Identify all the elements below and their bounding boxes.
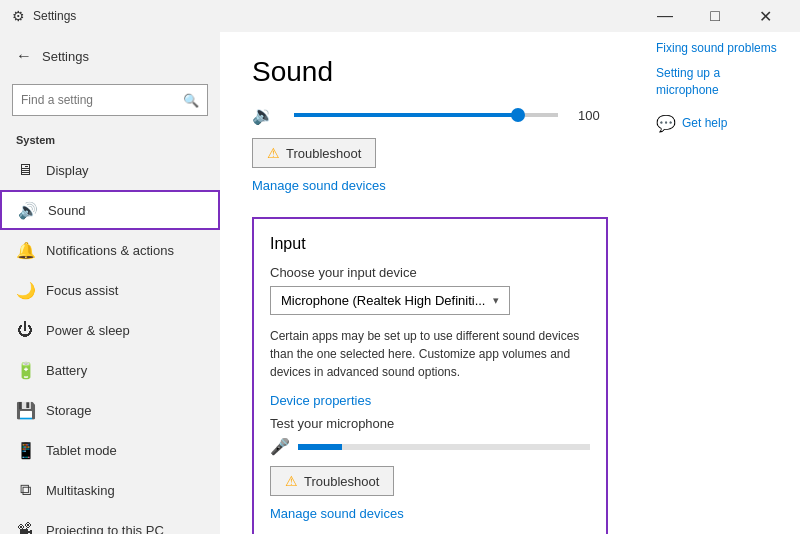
title-bar-controls: — □ ✕ xyxy=(642,0,788,32)
sidebar-item-tablet[interactable]: 📱 Tablet mode xyxy=(0,430,220,470)
multitasking-icon: ⧉ xyxy=(16,481,34,499)
input-device-select[interactable]: Microphone (Realtek High Definiti... ▾ xyxy=(270,286,510,315)
sidebar-item-projecting-label: Projecting to this PC xyxy=(46,523,164,535)
mic-icon: 🎤 xyxy=(270,437,290,456)
mic-level-bar xyxy=(298,444,590,450)
volume-slider-container xyxy=(286,113,566,117)
notifications-icon: 🔔 xyxy=(16,241,34,260)
help-icon: 💬 xyxy=(656,114,676,133)
mic-test-row: 🎤 xyxy=(270,437,590,456)
input-section-title: Input xyxy=(270,235,590,253)
sidebar-item-tablet-label: Tablet mode xyxy=(46,443,117,458)
output-troubleshoot-button[interactable]: ⚠ Troubleshoot xyxy=(252,138,376,168)
output-troubleshoot-label: Troubleshoot xyxy=(286,146,361,161)
back-label: Settings xyxy=(42,49,89,64)
tablet-icon: 📱 xyxy=(16,441,34,460)
storage-icon: 💾 xyxy=(16,401,34,420)
sidebar-item-focus[interactable]: 🌙 Focus assist xyxy=(0,270,220,310)
input-manage-devices-link[interactable]: Manage sound devices xyxy=(270,506,404,521)
sidebar-item-sound-label: Sound xyxy=(48,203,86,218)
selected-device-text: Microphone (Realtek High Definiti... xyxy=(281,293,485,308)
sidebar-item-notifications[interactable]: 🔔 Notifications & actions xyxy=(0,230,220,270)
sidebar-item-storage[interactable]: 💾 Storage xyxy=(0,390,220,430)
title-bar-title: Settings xyxy=(33,9,642,23)
back-button[interactable]: ← Settings xyxy=(0,32,220,80)
input-troubleshoot-button[interactable]: ⚠ Troubleshoot xyxy=(270,466,394,496)
get-help-link[interactable]: Get help xyxy=(682,115,727,132)
output-volume-row: 🔉 100 xyxy=(252,104,608,126)
minimize-button[interactable]: — xyxy=(642,0,688,32)
sidebar-item-focus-label: Focus assist xyxy=(46,283,118,298)
sidebar-item-sound[interactable]: 🔊 Sound xyxy=(0,190,220,230)
search-icon: 🔍 xyxy=(183,93,199,108)
test-mic-label: Test your microphone xyxy=(270,416,590,431)
back-icon: ← xyxy=(16,47,32,65)
setting-up-mic-link[interactable]: Setting up a microphone xyxy=(656,65,784,99)
search-input[interactable] xyxy=(21,93,183,107)
volume-value: 100 xyxy=(578,108,608,123)
close-button[interactable]: ✕ xyxy=(742,0,788,32)
sidebar-item-battery-label: Battery xyxy=(46,363,87,378)
right-panel: Fixing sound problems Setting up a micro… xyxy=(640,32,800,534)
get-help-row: 💬 Get help xyxy=(656,114,784,133)
app-container: ← Settings 🔍 System 🖥 Display 🔊 Sound 🔔 … xyxy=(0,32,800,534)
device-properties-link[interactable]: Device properties xyxy=(270,393,371,408)
battery-icon: 🔋 xyxy=(16,361,34,380)
search-box[interactable]: 🔍 xyxy=(12,84,208,116)
choose-device-label: Choose your input device xyxy=(270,265,590,280)
output-manage-devices-link[interactable]: Manage sound devices xyxy=(252,178,386,193)
title-bar: ⚙ Settings — □ ✕ xyxy=(0,0,800,32)
sidebar-item-display[interactable]: 🖥 Display xyxy=(0,150,220,190)
page-title: Sound xyxy=(252,56,608,88)
sidebar-item-battery[interactable]: 🔋 Battery xyxy=(0,350,220,390)
maximize-button[interactable]: □ xyxy=(692,0,738,32)
sidebar: ← Settings 🔍 System 🖥 Display 🔊 Sound 🔔 … xyxy=(0,32,220,534)
warning-icon: ⚠ xyxy=(267,145,280,161)
speaker-icon: 🔉 xyxy=(252,104,274,126)
select-arrow-icon: ▾ xyxy=(493,294,499,307)
input-warning-icon: ⚠ xyxy=(285,473,298,489)
mic-level-fill xyxy=(298,444,342,450)
main-content: Sound 🔉 100 ⚠ Troubleshoot Manage sound … xyxy=(220,32,640,534)
input-section: Input Choose your input device Microphon… xyxy=(252,217,608,534)
sidebar-item-multitasking[interactable]: ⧉ Multitasking xyxy=(0,470,220,510)
volume-slider[interactable] xyxy=(294,113,558,117)
volume-thumb xyxy=(511,108,525,122)
sidebar-item-display-label: Display xyxy=(46,163,89,178)
fixing-sound-link[interactable]: Fixing sound problems xyxy=(656,40,784,57)
settings-icon: ⚙ xyxy=(12,8,25,24)
input-info-text: Certain apps may be set up to use differ… xyxy=(270,327,590,381)
projecting-icon: 📽 xyxy=(16,521,34,534)
sound-icon: 🔊 xyxy=(18,201,36,220)
sidebar-item-power[interactable]: ⏻ Power & sleep xyxy=(0,310,220,350)
power-icon: ⏻ xyxy=(16,321,34,339)
focus-icon: 🌙 xyxy=(16,281,34,300)
display-icon: 🖥 xyxy=(16,161,34,179)
sidebar-item-multitasking-label: Multitasking xyxy=(46,483,115,498)
sidebar-item-storage-label: Storage xyxy=(46,403,92,418)
sidebar-item-notifications-label: Notifications & actions xyxy=(46,243,174,258)
sidebar-item-projecting[interactable]: 📽 Projecting to this PC xyxy=(0,510,220,534)
section-label: System xyxy=(0,128,220,150)
sidebar-item-power-label: Power & sleep xyxy=(46,323,130,338)
input-troubleshoot-label: Troubleshoot xyxy=(304,474,379,489)
